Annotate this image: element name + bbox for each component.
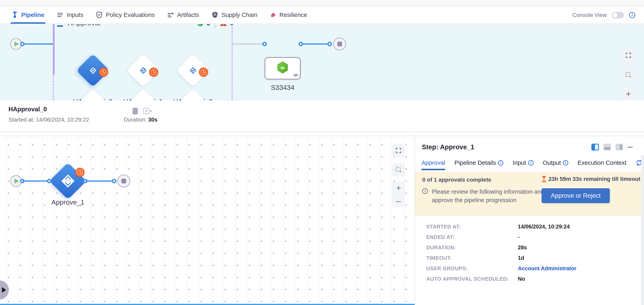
selection-tool-button[interactable]	[622, 68, 635, 81]
zoom-in-button[interactable]: +	[396, 184, 401, 192]
timeout-clock-badge	[75, 168, 84, 177]
pipeline-end-node[interactable]	[333, 38, 346, 50]
resilience-icon	[270, 12, 276, 18]
detail-row-started-at: STARTED AT: 14/06/2024, 10:29:24	[426, 224, 640, 230]
zoom-in-button[interactable]: +	[626, 90, 631, 98]
count-divider	[214, 24, 215, 28]
tab-label: Artifacts	[177, 12, 199, 18]
timeout-remaining: 23h 59m 33s remaining till timeout	[541, 176, 640, 182]
stage-boundary-left	[53, 24, 55, 75]
pipeline-icon	[12, 11, 18, 18]
tab-pipeline[interactable]: Pipeline	[12, 6, 44, 23]
stage-boundary-left-dashed	[53, 75, 54, 100]
minimize-panel-icon[interactable]	[628, 147, 633, 148]
connector-line	[301, 44, 330, 44]
svg-text:∞: ∞	[280, 64, 285, 71]
expand-panel-handle[interactable]	[0, 280, 9, 300]
tab-execution-context[interactable]: Execution Context	[578, 155, 626, 170]
approve-or-reject-button[interactable]: Approve or Reject	[542, 188, 610, 203]
tab-pipeline-details[interactable]: Pipeline Details i	[454, 155, 504, 170]
policy-shield-icon	[96, 11, 103, 18]
detail-row-timeout: TIMEOUT: 1d	[426, 255, 640, 261]
step-details-list: STARTED AT: 14/06/2024, 10:29:24 ENDED A…	[426, 224, 640, 286]
step-end-node[interactable]	[117, 174, 130, 188]
panel-scrollbar[interactable]	[641, 155, 644, 305]
artifacts-icon	[167, 12, 174, 18]
info-icon: i	[528, 160, 534, 166]
execution-nav-bar: Pipeline Inputs Policy Evaluations Artif…	[0, 6, 644, 24]
detail-row-duration: DURATION: 28s	[426, 244, 640, 251]
connector-line	[22, 180, 49, 182]
timeout-clock-badge	[199, 68, 208, 77]
approval-message: i Please review the following informatio…	[422, 188, 547, 204]
tab-label: Supply Chain	[222, 12, 257, 18]
tab-input[interactable]: Input i	[513, 155, 534, 170]
nav-right-controls: Console View i	[572, 6, 635, 24]
info-icon: i	[498, 160, 504, 166]
panel-tabs: Approval Pipeline Details i Input i Outp…	[422, 155, 644, 170]
code-icon: </>	[293, 73, 298, 78]
toggle-knob	[612, 12, 618, 18]
tab-label: Resilience	[280, 12, 307, 18]
step-graph-canvas[interactable]: Approve_1 + –	[0, 136, 414, 305]
tab-output[interactable]: Output i	[543, 155, 568, 170]
zoom-controls: + –	[392, 182, 405, 207]
connector-dot	[112, 179, 116, 183]
skip-condition-icon	[143, 107, 153, 115]
tab-approval[interactable]: Approval	[422, 155, 445, 170]
detail-row-user-groups: USER GROUPS: Account Administrator	[426, 266, 640, 272]
stop-icon	[121, 178, 126, 184]
zoom-out-button[interactable]: –	[396, 197, 401, 205]
bottom-view-icon[interactable]	[604, 144, 611, 150]
step-info-bar: HApproval_0 Started at: 14/06/2024, 10:2…	[0, 100, 644, 132]
panel-layout-controls	[591, 144, 633, 150]
success-count: 0	[206, 24, 210, 27]
stage-graph-canvas[interactable]: HApproval 0 0 HApproval_0 HAppro	[0, 24, 644, 100]
tab-supply-chain[interactable]: Supply Chain	[212, 6, 257, 23]
selection-tool-button[interactable]	[392, 163, 405, 176]
node-label: S33434	[271, 84, 294, 92]
tab-label: Inputs	[67, 12, 83, 18]
detail-row-ended-at: ENDED AT: -	[426, 234, 640, 240]
console-info-icon[interactable]: i	[629, 12, 635, 18]
harness-step-icon: ∞	[276, 61, 289, 76]
console-view-label: Console View	[572, 12, 607, 18]
detail-row-auto-approval: AUTO APPROVAL SCHEDULED: No	[426, 276, 640, 282]
connector-dot	[328, 42, 332, 46]
active-tab-underline	[10, 22, 46, 24]
inputs-icon	[57, 12, 64, 18]
console-view-toggle[interactable]	[612, 12, 624, 18]
tab-policy-evaluations[interactable]: Policy Evaluations	[96, 6, 155, 23]
node-s33434[interactable]: ∞ </>	[264, 57, 301, 80]
window-top-strip	[0, 0, 644, 6]
fullscreen-button[interactable]	[622, 49, 635, 62]
error-badge-icon	[220, 24, 227, 26]
step-details-panel: Step: Approve_1 Approval Pipeline Detail…	[414, 136, 644, 305]
stop-icon	[337, 42, 342, 46]
duration-value: 30s	[148, 116, 158, 123]
approvals-progress-text: 0 of 1 approvals complete	[422, 176, 491, 183]
split-view-icon[interactable]	[591, 144, 599, 150]
timeout-clock-badge	[149, 68, 158, 77]
panel-resize-bar[interactable]	[0, 304, 414, 305]
approval-banner: 0 of 1 approvals complete 23h 59m 33s re…	[415, 172, 644, 216]
fullscreen-button[interactable]	[392, 144, 405, 157]
stage-name: HApproval	[68, 24, 100, 27]
timeout-clock-badge	[99, 68, 108, 77]
connector-dot	[20, 42, 24, 46]
stage-status-counts: 0 0	[197, 24, 234, 28]
tab-resilience[interactable]: Resilience	[270, 6, 307, 23]
duration-text: Duration: 30s	[124, 116, 158, 123]
expand-arrow-icon	[2, 287, 6, 293]
stage-header[interactable]: HApproval	[57, 24, 100, 27]
connector-dot	[47, 179, 52, 183]
stage-boundary-right	[232, 24, 232, 100]
tab-label: Policy Evaluations	[106, 12, 155, 18]
tab-inputs[interactable]: Inputs	[57, 6, 83, 23]
right-view-icon[interactable]	[616, 144, 623, 150]
user-group-link[interactable]: Account Administrator	[518, 266, 576, 272]
stage-chip-icon	[132, 108, 138, 114]
connector-line	[22, 44, 53, 44]
tab-artifacts[interactable]: Artifacts	[167, 6, 199, 23]
collapse-stage-icon[interactable]	[57, 25, 63, 27]
